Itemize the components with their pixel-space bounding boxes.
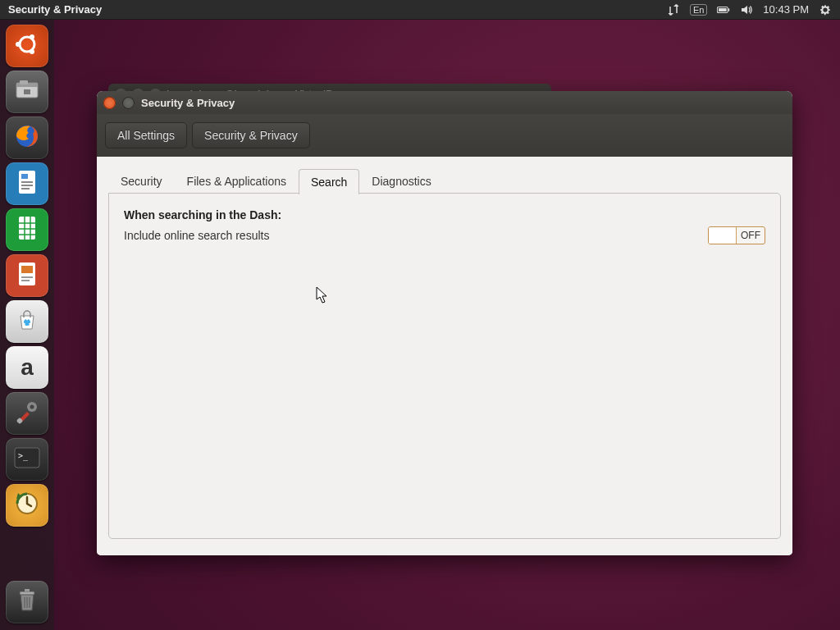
volume-icon	[740, 3, 753, 16]
battery-icon	[717, 3, 730, 16]
network-indicator[interactable]	[667, 3, 680, 16]
ubuntu-logo-icon	[13, 30, 41, 62]
launcher-firefox[interactable]	[6, 116, 48, 159]
active-app-title: Security & Privacy	[0, 3, 110, 16]
launcher-amazon[interactable]: a	[6, 346, 48, 389]
svg-rect-1	[728, 8, 730, 11]
tab-files-applications[interactable]: Files & Applications	[175, 168, 299, 194]
launcher-files[interactable]	[6, 71, 48, 113]
settings-tabs: Security Files & Applications Search Dia…	[108, 168, 781, 194]
launcher-dash[interactable]	[6, 25, 48, 67]
window-titlebar[interactable]: Security & Privacy	[97, 91, 792, 114]
toggle-state-text: OFF	[737, 230, 765, 241]
svg-point-4	[16, 42, 21, 47]
svg-rect-37	[20, 591, 34, 595]
window-title: Security & Privacy	[141, 97, 235, 109]
tab-security[interactable]: Security	[108, 168, 175, 194]
svg-point-28	[26, 319, 28, 321]
trash-icon	[16, 587, 39, 617]
top-menu-bar: Security & Privacy En 10:43 PM	[0, 0, 840, 20]
svg-rect-17	[19, 217, 35, 240]
svg-point-5	[30, 34, 34, 39]
online-results-row: Include online search results OFF	[124, 226, 765, 244]
settings-toolbar: All Settings Security & Privacy	[97, 114, 792, 157]
launcher-trash-area	[6, 581, 48, 630]
tab-diagnostics[interactable]: Diagnostics	[359, 168, 443, 194]
svg-rect-38	[25, 589, 30, 591]
file-manager-icon	[13, 78, 41, 106]
language-badge: En	[690, 4, 707, 16]
spreadsheet-icon	[15, 214, 39, 245]
document-icon	[15, 168, 39, 199]
presentation-icon	[15, 260, 39, 291]
toggle-knob	[709, 227, 737, 244]
amazon-icon: a	[21, 356, 34, 379]
svg-rect-15	[21, 185, 33, 186]
svg-rect-14	[21, 181, 33, 183]
launcher-software-center[interactable]	[6, 300, 48, 343]
battery-indicator[interactable]	[717, 3, 730, 16]
svg-rect-25	[21, 276, 33, 278]
shopping-bag-icon	[15, 308, 39, 336]
launcher-system-settings[interactable]	[6, 392, 48, 435]
svg-point-30	[29, 323, 30, 325]
svg-point-32	[30, 405, 34, 409]
search-panel-heading: When searching in the Dash:	[124, 208, 765, 221]
online-results-label: Include online search results	[124, 229, 269, 242]
launcher-writer[interactable]	[6, 162, 48, 205]
search-panel: When searching in the Dash: Include onli…	[108, 193, 781, 539]
tab-search[interactable]: Search	[299, 169, 359, 194]
launcher-backups[interactable]	[6, 484, 48, 527]
svg-rect-16	[21, 188, 30, 189]
network-updown-icon	[667, 3, 680, 16]
launcher-terminal[interactable]: >_	[6, 438, 48, 481]
launcher-trash[interactable]	[6, 581, 48, 623]
svg-rect-26	[21, 280, 30, 281]
wrench-gear-icon	[14, 399, 40, 428]
session-indicator[interactable]	[819, 3, 832, 16]
svg-rect-13	[21, 174, 28, 179]
svg-rect-9	[20, 80, 28, 84]
window-body: Security Files & Applications Search Dia…	[97, 157, 792, 555]
system-tray: En 10:43 PM	[667, 3, 840, 16]
breadcrumb-current[interactable]: Security & Privacy	[192, 122, 310, 148]
settings-window: Security & Privacy All Settings Security…	[97, 91, 792, 555]
sound-indicator[interactable]	[740, 3, 753, 16]
window-close-button[interactable]	[103, 97, 116, 109]
window-minimize-button[interactable]	[122, 97, 135, 109]
svg-rect-2	[719, 8, 727, 11]
firefox-icon	[12, 121, 42, 154]
online-results-toggle[interactable]: OFF	[708, 226, 765, 244]
launcher-impress[interactable]	[6, 254, 48, 297]
launcher-calc[interactable]	[6, 208, 48, 251]
svg-text:>_: >_	[18, 451, 29, 461]
clock-restore-icon	[13, 490, 41, 521]
clock[interactable]: 10:43 PM	[763, 3, 809, 16]
gear-icon	[819, 3, 832, 16]
svg-point-6	[30, 49, 34, 54]
unity-launcher: a >_	[0, 20, 54, 630]
keyboard-indicator[interactable]: En	[690, 4, 707, 16]
all-settings-button[interactable]: All Settings	[105, 122, 187, 148]
svg-rect-24	[21, 266, 33, 273]
terminal-icon: >_	[13, 446, 41, 472]
svg-point-29	[24, 323, 25, 325]
svg-rect-10	[24, 89, 30, 94]
